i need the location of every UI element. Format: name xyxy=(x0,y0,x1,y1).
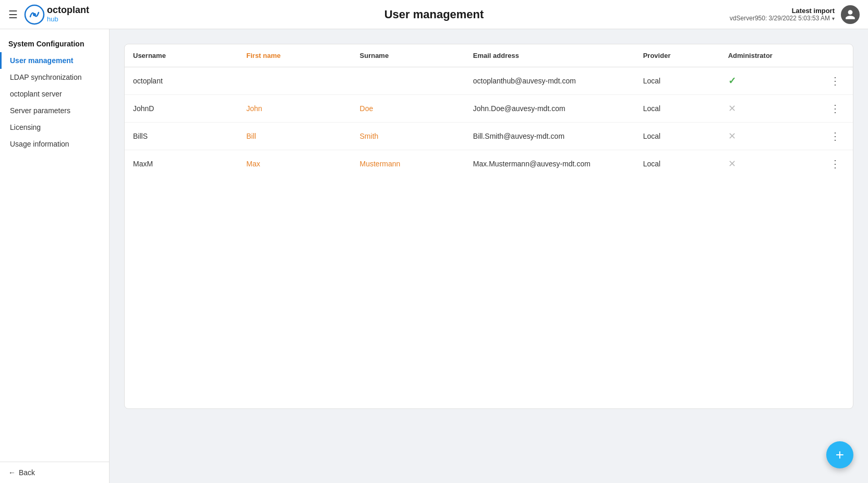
col-header-email: Email address xyxy=(465,44,635,67)
svg-point-1 xyxy=(33,13,36,16)
back-arrow-icon: ← xyxy=(8,468,16,477)
add-user-button[interactable]: + xyxy=(826,441,853,468)
cell-username: octoplant xyxy=(125,67,238,95)
cell-username: MaxM xyxy=(125,150,238,178)
chevron-down-icon: ▾ xyxy=(832,16,835,21)
table-row: octoplant octoplanthub@auvesy-mdt.com Lo… xyxy=(125,67,853,95)
plus-icon: + xyxy=(836,446,844,463)
cell-surname xyxy=(352,67,465,95)
latest-import-info: Latest import vdServer950: 3/29/2022 5:0… xyxy=(730,7,835,22)
logo-icon xyxy=(24,4,45,25)
sidebar-item-usage-information[interactable]: Usage information xyxy=(0,136,109,152)
latest-import-label: Latest import xyxy=(730,7,835,15)
latest-import-text: vdServer950: 3/29/2022 5:03:53 AM xyxy=(730,15,830,22)
table-row: JohnD John Doe John.Doe@auvesy-mdt.com L… xyxy=(125,95,853,123)
row-menu-button[interactable]: ⋮ xyxy=(826,73,845,89)
logo-area: octoplant hub xyxy=(24,4,89,25)
cell-email: Bill.Smith@auvesy-mdt.com xyxy=(465,123,635,150)
cell-firstname: Max xyxy=(238,150,351,178)
cell-admin: ✕ xyxy=(720,123,805,150)
cell-actions: ⋮ xyxy=(805,95,853,123)
row-menu-button[interactable]: ⋮ xyxy=(826,156,845,172)
main-layout: System Configuration User management LDA… xyxy=(0,29,868,483)
logo-text: octoplant hub xyxy=(47,5,89,23)
cell-actions: ⋮ xyxy=(805,123,853,150)
content-area: Username First name Surname Email addres… xyxy=(110,29,868,483)
cell-firstname: Bill xyxy=(238,123,351,150)
sidebar-item-octoplant-server[interactable]: octoplant server xyxy=(0,86,109,102)
cell-provider: Local xyxy=(635,95,720,123)
account-icon xyxy=(845,9,856,20)
cell-provider: Local xyxy=(635,67,720,95)
cell-admin: ✕ xyxy=(720,95,805,123)
sidebar: System Configuration User management LDA… xyxy=(0,29,110,483)
page-title: User management xyxy=(384,8,484,21)
sidebar-item-server-parameters[interactable]: Server parameters xyxy=(0,102,109,119)
admin-x-icon: ✕ xyxy=(728,131,736,141)
table-header: Username First name Surname Email addres… xyxy=(125,44,853,67)
col-header-provider: Provider xyxy=(635,44,720,67)
col-header-surname: Surname xyxy=(352,44,465,67)
row-menu-button[interactable]: ⋮ xyxy=(826,101,845,116)
user-table: Username First name Surname Email addres… xyxy=(125,44,853,177)
top-header: ☰ octoplant hub User management Latest i… xyxy=(0,0,868,29)
col-header-username: Username xyxy=(125,44,238,67)
back-button[interactable]: ← Back xyxy=(0,462,109,483)
cell-email: John.Doe@auvesy-mdt.com xyxy=(465,95,635,123)
col-header-admin: Administrator xyxy=(720,44,805,67)
cell-surname: Doe xyxy=(352,95,465,123)
menu-icon[interactable]: ☰ xyxy=(8,8,18,21)
cell-actions: ⋮ xyxy=(805,150,853,178)
col-header-actions xyxy=(805,44,853,67)
admin-x-icon: ✕ xyxy=(728,159,736,169)
cell-provider: Local xyxy=(635,150,720,178)
row-menu-button[interactable]: ⋮ xyxy=(826,128,845,144)
sidebar-section-title: System Configuration xyxy=(0,35,109,52)
header-right: Latest import vdServer950: 3/29/2022 5:0… xyxy=(730,5,860,24)
table-body: octoplant octoplanthub@auvesy-mdt.com Lo… xyxy=(125,67,853,178)
cell-provider: Local xyxy=(635,123,720,150)
table-row: MaxM Max Mustermann Max.Mustermann@auves… xyxy=(125,150,853,178)
cell-username: JohnD xyxy=(125,95,238,123)
cell-surname: Mustermann xyxy=(352,150,465,178)
sidebar-item-ldap-synchronization[interactable]: LDAP synchronization xyxy=(0,69,109,86)
cell-surname: Smith xyxy=(352,123,465,150)
table-row: BillS Bill Smith Bill.Smith@auvesy-mdt.c… xyxy=(125,123,853,150)
sidebar-item-licensing[interactable]: Licensing xyxy=(0,119,109,136)
user-avatar[interactable] xyxy=(841,5,860,24)
cell-actions: ⋮ xyxy=(805,67,853,95)
cell-firstname xyxy=(238,67,351,95)
cell-email: octoplanthub@auvesy-mdt.com xyxy=(465,67,635,95)
user-table-card: Username First name Surname Email addres… xyxy=(124,44,853,409)
admin-check-icon: ✓ xyxy=(728,76,736,86)
logo-sub: hub xyxy=(47,16,89,23)
cell-firstname: John xyxy=(238,95,351,123)
cell-admin: ✕ xyxy=(720,150,805,178)
logo-brand: octoplant xyxy=(47,5,89,16)
back-label: Back xyxy=(19,468,35,477)
admin-x-icon: ✕ xyxy=(728,103,736,114)
cell-admin: ✓ xyxy=(720,67,805,95)
latest-import-value[interactable]: vdServer950: 3/29/2022 5:03:53 AM ▾ xyxy=(730,15,835,22)
col-header-firstname: First name xyxy=(238,44,351,67)
cell-email: Max.Mustermann@auvesy-mdt.com xyxy=(465,150,635,178)
sidebar-item-user-management[interactable]: User management xyxy=(0,52,109,69)
cell-username: BillS xyxy=(125,123,238,150)
